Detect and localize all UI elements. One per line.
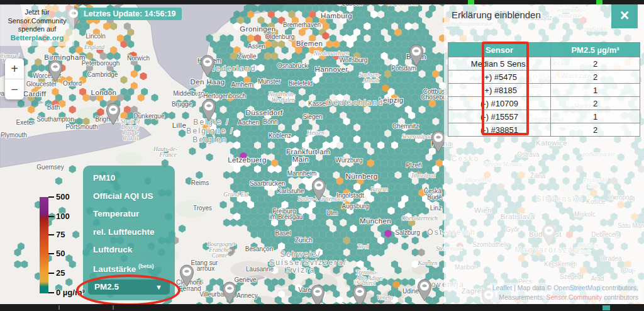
table-row: Median 5 Sens.2 bbox=[448, 57, 640, 71]
hexbin-cell[interactable] bbox=[152, 94, 158, 102]
map-label: Koblenz bbox=[269, 132, 291, 139]
explanation-panel: Erklärung einblenden × Sensor PM2.5 µg/m… bbox=[444, 0, 644, 311]
hexbin-cell[interactable] bbox=[196, 171, 203, 179]
leaflet-link[interactable]: Leaflet bbox=[492, 284, 513, 291]
map-label: Genève bbox=[234, 276, 256, 283]
hexbin-cell[interactable] bbox=[55, 284, 62, 292]
menu-item-lautstaerke[interactable]: Lautstärke (beta) bbox=[93, 263, 175, 274]
hexbin-cell[interactable] bbox=[401, 242, 408, 251]
map-label: Den Haag bbox=[191, 78, 225, 86]
hexbin-cell[interactable] bbox=[223, 171, 230, 179]
layer-dropdown-pm25[interactable]: PM2.5 ▼ bbox=[88, 280, 170, 295]
menu-item-luftfeuchte[interactable]: rel. Luftfeuchte bbox=[93, 227, 175, 237]
map-label: Osnabrück bbox=[277, 62, 308, 69]
hexbin-cell[interactable] bbox=[206, 153, 213, 161]
map-label: Würzburg bbox=[335, 157, 362, 164]
chrome-accent bbox=[602, 305, 610, 310]
map-label: Assen bbox=[248, 43, 265, 50]
hexbin-cell[interactable] bbox=[55, 177, 62, 185]
hexbin-cell[interactable] bbox=[169, 111, 175, 120]
map-label: Anhalt bbox=[362, 77, 379, 84]
chrome-accent bbox=[596, 0, 602, 4]
donation-text: Jetzt für bbox=[0, 8, 74, 17]
map-label: Düsseldorf bbox=[246, 109, 283, 116]
map-label: Zwolle bbox=[238, 53, 257, 60]
col-header-pm25: PM2.5 µg/m³ bbox=[551, 43, 640, 57]
hexbin-cell[interactable] bbox=[69, 165, 76, 173]
value-cell: 1 bbox=[551, 84, 640, 97]
attribution-text: contributors, bbox=[600, 284, 638, 291]
hexbin-cell[interactable] bbox=[140, 72, 147, 81]
sensor-community-link[interactable]: Sensor.Community bbox=[547, 293, 602, 301]
map-label: Peterborough bbox=[82, 60, 120, 67]
hexbin-cell[interactable] bbox=[72, 230, 79, 239]
map-label: Augsburg bbox=[342, 203, 369, 210]
map-label: Kärnten bbox=[417, 260, 437, 266]
chrome-accent bbox=[468, 0, 474, 4]
zoom-out-button[interactable]: − bbox=[5, 79, 24, 99]
hexbin-cell[interactable] bbox=[412, 249, 419, 257]
hexbin-cell[interactable] bbox=[418, 249, 425, 257]
menu-item-pm10[interactable]: PM10 bbox=[93, 173, 175, 183]
map-label: Oxford bbox=[63, 80, 82, 87]
sensor-cell: (+) #5475 bbox=[448, 71, 551, 84]
hexbin-cell[interactable] bbox=[69, 106, 76, 114]
hexbin-cell[interactable] bbox=[179, 130, 186, 138]
hexbin-cell[interactable] bbox=[182, 111, 189, 120]
hexbin-cell[interactable] bbox=[65, 278, 72, 286]
map-label: Cambridge bbox=[87, 71, 118, 78]
menu-item-luftdruck[interactable]: Luftdruck bbox=[93, 245, 175, 254]
map-label: Besançon bbox=[245, 246, 273, 252]
map-label: Reims bbox=[191, 179, 209, 186]
sensor-cell: (+) #8185 bbox=[448, 84, 551, 97]
map-label: Grand Est bbox=[223, 191, 248, 198]
map-label: France bbox=[158, 152, 176, 158]
table-row: (-) #388512 bbox=[448, 123, 640, 137]
map-label: Southampton bbox=[36, 116, 74, 123]
explanation-toggle[interactable]: Erklärung einblenden bbox=[452, 9, 541, 20]
map-label: Nederland bbox=[209, 64, 256, 73]
map-label: Lincoln bbox=[86, 33, 106, 40]
attribution-text: Measurements: bbox=[499, 293, 546, 301]
value-cell: 2 bbox=[551, 97, 640, 110]
map-label: Hannover bbox=[314, 65, 348, 73]
osm-link[interactable]: OpenStreetMap bbox=[553, 284, 600, 291]
hexbin-cell[interactable] bbox=[220, 201, 227, 209]
map-label: Jihozápad bbox=[411, 172, 435, 179]
sensor-pin[interactable] bbox=[223, 282, 236, 303]
map-label: Belgien bbox=[192, 135, 227, 144]
map-label: Groningen bbox=[240, 25, 275, 33]
sensor-cell: (-) #38851 bbox=[448, 123, 551, 137]
forest-patch bbox=[115, 152, 143, 165]
hexbin-cell[interactable] bbox=[35, 272, 42, 280]
hexbin-cell[interactable] bbox=[223, 218, 230, 227]
map-label: Niedersachsen bbox=[313, 50, 349, 57]
close-icon[interactable]: × bbox=[611, 3, 638, 28]
map-label: Calais bbox=[123, 135, 139, 142]
table-header-row: Sensor PM2.5 µg/m³ bbox=[448, 43, 640, 57]
hexbin-cell[interactable] bbox=[14, 261, 21, 269]
map-label: arroux bbox=[197, 265, 214, 272]
hexbin-cell[interactable] bbox=[45, 254, 52, 263]
map-label: Frankfurt am bbox=[286, 148, 330, 156]
hexbin-cell[interactable] bbox=[69, 94, 76, 102]
map-label: Budě bbox=[427, 194, 442, 201]
hexbin-cell[interactable] bbox=[179, 225, 186, 233]
map-label: Exeter bbox=[16, 119, 35, 126]
hexbin-cell[interactable] bbox=[412, 237, 419, 245]
hexbin-cell[interactable] bbox=[21, 261, 28, 269]
donation-text: Sensor.Community bbox=[0, 17, 74, 26]
map-label: Bremerhaven bbox=[283, 21, 321, 28]
hexbin-cell[interactable] bbox=[121, 76, 128, 84]
menu-item-aqi-us[interactable]: Official AQI US bbox=[93, 191, 175, 201]
last-update-badge: Letztes Update: 14:56:19 bbox=[78, 8, 182, 20]
hexbin-cell[interactable] bbox=[189, 147, 196, 156]
map-label: Guernsey bbox=[36, 164, 64, 171]
map-label: Aachen bbox=[238, 119, 259, 126]
donation-text: spenden auf bbox=[0, 25, 74, 34]
betterplace-link[interactable]: Betterplace.org bbox=[0, 34, 74, 43]
hexbin-cell[interactable] bbox=[58, 206, 65, 215]
zoom-in-button[interactable]: + bbox=[5, 59, 24, 79]
menu-item-temperatur[interactable]: Temperatur bbox=[93, 209, 175, 218]
hexbin-cell[interactable] bbox=[35, 201, 42, 209]
